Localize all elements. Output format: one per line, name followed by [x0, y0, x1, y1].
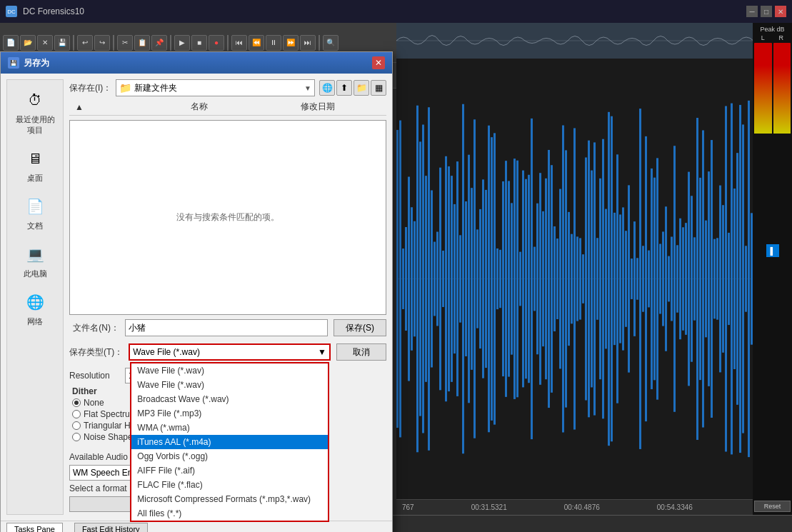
dither-triangular-radio[interactable] [72, 421, 81, 430]
dropdown-item-2[interactable]: Broadcast Wave (*.wav) [131, 392, 328, 406]
dropdown-item-0[interactable]: Wave File (*.wav) [131, 363, 328, 378]
save-location-combo[interactable]: 📁 新建文件夹 ▼ [116, 79, 315, 96]
save-location-value: 新建文件夹 [134, 82, 177, 94]
dialog-close-button[interactable]: ✕ [372, 56, 385, 69]
dither-none-label: None [84, 398, 104, 408]
filename-row: 文件名(N)： 保存(S) [69, 319, 386, 336]
sort-header: ▲ 名称 修改日期 [69, 101, 386, 116]
desktop-icon: 🖥 [24, 147, 46, 170]
network-icon: 🌐 [24, 291, 46, 313]
sidebar-item-computer[interactable]: 💻 此电脑 [10, 240, 60, 282]
filetype-label: 保存类型(T)： [69, 346, 123, 358]
dropdown-item-3[interactable]: MP3 File (*.mp3) [131, 406, 328, 421]
dropdown-item-7[interactable]: AIFF File (*.aif) [131, 463, 328, 478]
filetype-combo[interactable]: Wave File (*.wav) ▼ Wave File (*.wav) Wa… [129, 343, 331, 361]
dither-flat-radio[interactable] [72, 410, 81, 418]
close-button[interactable]: ✕ [775, 6, 786, 17]
dialog-title-icon: 💾 [8, 57, 19, 69]
location-toolbar-icons: 🌐 ⬆ 📁 ▦ [319, 80, 386, 96]
dither-noise-radio[interactable] [72, 433, 81, 441]
sidebar-item-desktop[interactable]: 🖥 桌面 [10, 144, 60, 186]
dither-none-radio[interactable] [72, 398, 81, 407]
dropdown-item-6[interactable]: Ogg Vorbis (*.ogg) [131, 449, 328, 463]
dialog-body: ⏱ 最近使用的项目 🖥 桌面 📄 文档 💻 此电脑 🌐 网络 [1, 74, 392, 521]
file-list-empty: 没有与搜索条件匹配的项。 [70, 121, 386, 314]
fast-edit-tab[interactable]: Fast Edit History [74, 523, 148, 532]
sort-name-label: 名称 [191, 101, 301, 114]
title-bar: DC DC Forensics10 ─ □ ✕ [0, 0, 792, 23]
sidebar-item-documents[interactable]: 📄 文档 [10, 192, 60, 234]
computer-icon: 💻 [24, 243, 46, 266]
sidebar-label-recent: 最近使用的项目 [13, 114, 57, 136]
sidebar-label-network: 网络 [27, 316, 43, 327]
app-logo: DC [6, 6, 17, 17]
sort-arrow: ▲ [69, 101, 191, 114]
filename-input[interactable] [125, 319, 328, 336]
cancel-button[interactable]: 取消 [336, 343, 386, 361]
recent-icon: ⏱ [24, 89, 46, 111]
sidebar-item-recent[interactable]: ⏱ 最近使用的项目 [10, 86, 60, 139]
sidebar-label-computer: 此电脑 [24, 268, 47, 279]
go-up-button[interactable]: ⬆ [336, 80, 352, 96]
resolution-label: Resolution [69, 371, 119, 381]
combo-arrow: ▼ [304, 84, 311, 92]
dropdown-item-4[interactable]: WMA (*.wma) [131, 421, 328, 435]
save-file-button[interactable]: 保存(S) [334, 319, 386, 336]
dialog-bottom-tabs: Tasks Pane Fast Edit History [1, 521, 392, 532]
no-results-text: 没有与搜索条件匹配的项。 [176, 211, 279, 224]
dither-flat-label: Flat Spectrum [84, 409, 137, 419]
minimize-button[interactable]: ─ [746, 6, 758, 17]
save-as-dialog: 💾 另存为 ✕ ⏱ 最近使用的项目 🖥 桌面 📄 文档 [0, 51, 393, 532]
app-title: DC Forensics10 [23, 6, 746, 16]
dropdown-item-9[interactable]: Microsoft Compressed Formats (*.mp3,*.wa… [131, 492, 328, 506]
view-toggle-button[interactable]: ▦ [371, 80, 386, 96]
dropdown-item-5[interactable]: iTunes AAL (*.m4a) [131, 435, 328, 449]
dialog-sidebar: ⏱ 最近使用的项目 🖥 桌面 📄 文档 💻 此电脑 🌐 网络 [6, 79, 64, 515]
folder-icon: 📁 [119, 82, 131, 94]
go-online-button[interactable]: 🌐 [319, 80, 335, 96]
file-list-area: 没有与搜索条件匹配的项。 [69, 120, 386, 315]
dialog-title-text: 另存为 [24, 57, 49, 69]
dialog-overlay: 💾 另存为 ✕ ⏱ 最近使用的项目 🖥 桌面 📄 文档 [0, 23, 792, 515]
filetype-arrow: ▼ [318, 347, 326, 357]
filetype-value: Wave File (*.wav) [133, 347, 200, 357]
window-controls: ─ □ ✕ [746, 6, 786, 17]
filename-label: 文件名(N)： [69, 322, 119, 334]
dialog-right-content: 保存在(I)： 📁 新建文件夹 ▼ 🌐 ⬆ 📁 ▦ ▲ [69, 79, 386, 515]
filetype-dropdown[interactable]: Wave File (*.wav) Wave File (*.wav) Broa… [130, 362, 329, 522]
dropdown-item-1[interactable]: Wave File (*.wav) [131, 378, 328, 392]
sidebar-label-documents: 文档 [27, 221, 43, 231]
new-folder-button[interactable]: 📁 [354, 80, 369, 96]
save-location-label: 保存在(I)： [69, 82, 111, 94]
tasks-pane-tab[interactable]: Tasks Pane [6, 523, 63, 532]
dialog-title-bar: 💾 另存为 ✕ [1, 52, 392, 74]
documents-icon: 📄 [24, 195, 46, 218]
dropdown-item-10[interactable]: All files (*.*) [131, 506, 328, 521]
dropdown-item-8[interactable]: FLAC File (*.flac) [131, 478, 328, 492]
sidebar-label-desktop: 桌面 [27, 173, 43, 184]
dialog-title-content: 💾 另存为 [8, 57, 49, 69]
filetype-row: 保存类型(T)： Wave File (*.wav) ▼ Wave File (… [69, 343, 386, 361]
sidebar-item-network[interactable]: 🌐 网络 [10, 288, 60, 330]
logo-text: DC [7, 9, 16, 15]
sort-date-label: 修改日期 [301, 101, 386, 114]
save-location-bar: 保存在(I)： 📁 新建文件夹 ▼ 🌐 ⬆ 📁 ▦ [69, 79, 386, 96]
maximize-button[interactable]: □ [761, 6, 772, 17]
